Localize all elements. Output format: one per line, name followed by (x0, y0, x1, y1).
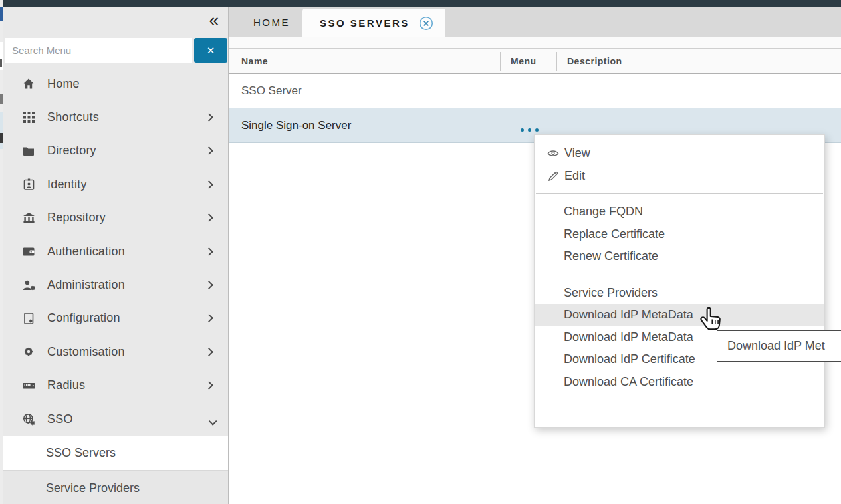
sidebar-item-service-providers[interactable]: Service Providers (3, 471, 228, 504)
menu-item-label: Edit (564, 169, 585, 183)
sidebar-item-home[interactable]: Home (3, 67, 228, 100)
column-header-menu: Menu (511, 49, 537, 73)
sidebar-item-label: Home (47, 77, 212, 91)
chevron-right-icon (205, 247, 213, 256)
column-header-name: Name (241, 49, 268, 73)
menu-divider (536, 275, 823, 275)
menu-item-service-providers[interactable]: Service Providers (535, 282, 824, 305)
sidebar-item-customisation[interactable]: Customisation (3, 335, 228, 368)
menu-item-download-ca-certificate[interactable]: Download CA Certificate (535, 371, 824, 394)
wallet-icon (21, 244, 37, 259)
sidebar-search: ✕ (5, 38, 225, 63)
home-icon (21, 76, 37, 91)
search-clear-button[interactable]: ✕ (194, 38, 227, 63)
row-name: SSO Server (241, 84, 302, 98)
sidebar-item-label: Authentication (47, 245, 206, 259)
tab-bar: HOME SSO SERVERS (229, 7, 841, 37)
tooltip-text: Download IdP Met (727, 339, 825, 353)
tab-label: HOME (253, 17, 290, 28)
menu-item-view[interactable]: View (535, 142, 824, 165)
tab-label: SSO SERVERS (320, 17, 410, 29)
sidebar-item-sso-servers[interactable]: SSO Servers (3, 436, 228, 471)
sidebar-item-label: Shortcuts (47, 110, 206, 124)
chevron-right-icon (205, 348, 213, 356)
chevron-right-icon (205, 180, 213, 189)
background-fragment (0, 112, 3, 149)
menu-item-download-idp-metadata[interactable]: Download IdP MetaData (535, 304, 824, 326)
tab-content-gap (229, 37, 841, 48)
shortcuts-icon (21, 110, 37, 125)
background-fragment (0, 7, 3, 21)
chevron-right-icon (205, 381, 213, 390)
column-divider (500, 52, 501, 71)
top-dark-bar (3, 0, 841, 7)
background-fragment (0, 59, 2, 67)
context-menu: View Edit Change FQDN Replace Certificat… (534, 134, 825, 428)
table-row[interactable]: SSO Server (229, 74, 841, 108)
sidebar: « ✕ Home (3, 7, 229, 504)
sidebar-item-configuration[interactable]: Configuration (3, 302, 228, 335)
sidebar-sso-children: SSO Servers Service Providers (3, 436, 228, 504)
sidebar-item-label: Configuration (47, 311, 206, 325)
chevron-right-icon (205, 281, 213, 289)
user-gear-icon (21, 278, 37, 293)
sidebar-item-label: Repository (47, 211, 206, 225)
column-header-description: Description (567, 49, 622, 73)
sidebar-item-authentication[interactable]: Authentication (3, 235, 228, 268)
menu-item-label: View (564, 146, 590, 160)
sidebar-item-shortcuts[interactable]: Shortcuts (3, 100, 228, 134)
sidebar-item-label: Administration (47, 278, 206, 292)
server-icon (21, 378, 37, 393)
bank-icon (21, 211, 37, 225)
menu-item-edit[interactable]: Edit (535, 165, 824, 188)
chevron-right-icon (205, 213, 213, 222)
sidebar-item-sso[interactable]: SSO (3, 402, 228, 436)
sidebar-nav: Home Shortcuts (3, 67, 228, 436)
gear-icon (21, 344, 37, 359)
menu-item-renew-certificate[interactable]: Renew Certificate (535, 245, 824, 268)
sidebar-item-label: Identity (47, 178, 206, 191)
globe-gear-icon (21, 412, 37, 426)
folder-icon (21, 144, 37, 158)
tab-home[interactable]: HOME (239, 7, 304, 37)
chevron-down-icon (209, 417, 217, 426)
sidebar-item-label: Customisation (47, 345, 206, 359)
sidebar-item-identity[interactable]: Identity (3, 168, 228, 201)
app-window: « ✕ Home (0, 0, 841, 504)
row-menu-ellipsis-icon[interactable] (521, 128, 539, 132)
search-input[interactable] (5, 38, 192, 63)
sidebar-item-label: Directory (47, 144, 206, 158)
menu-divider (536, 193, 823, 194)
pencil-icon (546, 170, 560, 182)
sidebar-item-repository[interactable]: Repository (3, 201, 228, 235)
background-fragment (0, 133, 3, 143)
table-header: Name Menu Description (229, 48, 841, 74)
background-fragment (0, 94, 3, 104)
chevron-right-icon (205, 315, 213, 323)
id-badge-icon (21, 177, 37, 191)
menu-item-change-fqdn[interactable]: Change FQDN (535, 201, 824, 223)
column-divider (556, 52, 557, 71)
sidebar-item-directory[interactable]: Directory (3, 134, 228, 168)
sidebar-item-administration[interactable]: Administration (3, 268, 228, 301)
eye-icon (546, 148, 560, 160)
sidebar-item-label: Radius (47, 378, 206, 392)
tab-close-icon[interactable] (419, 16, 433, 31)
sidebar-collapse-button[interactable]: « (209, 9, 217, 32)
sidebar-item-label: SSO (47, 412, 206, 426)
row-name: Single Sign-on Server (241, 119, 351, 132)
tab-sso-servers[interactable]: SSO SERVERS (302, 9, 445, 37)
sidebar-item-radius[interactable]: Radius (3, 369, 228, 402)
chevron-right-icon (205, 113, 213, 122)
background-page-edge (0, 0, 3, 504)
menu-item-replace-certificate[interactable]: Replace Certificate (535, 223, 824, 246)
doc-gear-icon (21, 311, 37, 326)
chevron-right-icon (205, 147, 213, 156)
tooltip: Download IdP Met (717, 330, 841, 362)
